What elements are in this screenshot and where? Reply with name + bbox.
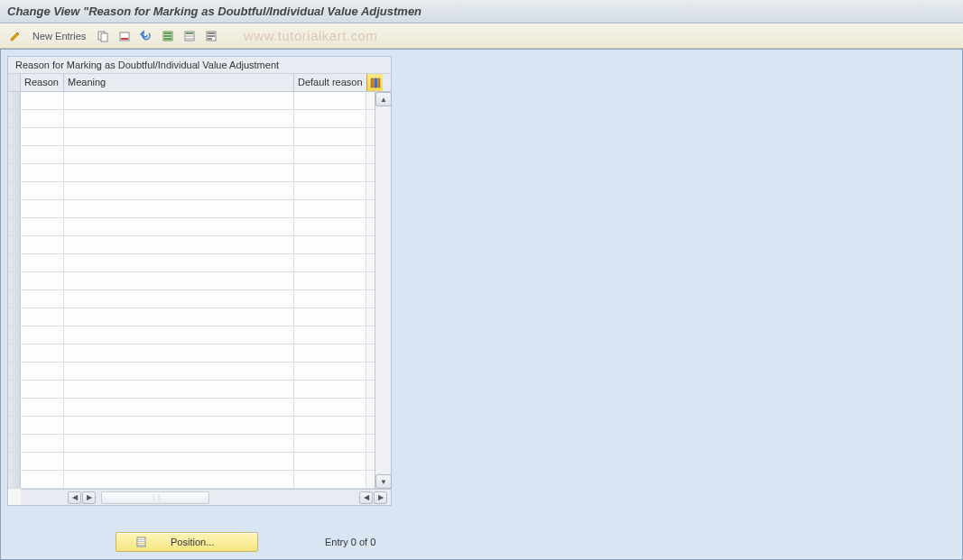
- table-row[interactable]: [8, 110, 375, 128]
- delete-icon[interactable]: [116, 28, 133, 44]
- scroll-right-icon[interactable]: ▶: [82, 491, 96, 504]
- table-row[interactable]: [8, 363, 375, 381]
- cell-reason[interactable]: [21, 308, 64, 326]
- scroll-left-end-icon[interactable]: ◀: [359, 491, 373, 504]
- cell-reason[interactable]: [21, 363, 64, 380]
- cell-default[interactable]: [294, 146, 366, 163]
- table-row[interactable]: [8, 254, 375, 272]
- table-row[interactable]: [8, 182, 375, 200]
- table-row[interactable]: [8, 272, 375, 290]
- cell-default[interactable]: [294, 254, 366, 271]
- row-handle[interactable]: [8, 164, 21, 181]
- cell-default[interactable]: [294, 453, 366, 470]
- cell-default[interactable]: [294, 308, 366, 326]
- row-handle[interactable]: [8, 344, 21, 362]
- row-handle[interactable]: [8, 254, 21, 271]
- cell-meaning[interactable]: [64, 435, 294, 452]
- cell-reason[interactable]: [21, 381, 64, 398]
- cell-meaning[interactable]: [64, 236, 294, 253]
- table-row[interactable]: [8, 146, 375, 164]
- table-row[interactable]: [8, 308, 375, 326]
- row-handle[interactable]: [8, 381, 21, 398]
- select-all-icon[interactable]: [160, 28, 176, 44]
- table-row[interactable]: [8, 290, 375, 308]
- cell-meaning[interactable]: [64, 218, 294, 235]
- cell-reason[interactable]: [21, 164, 64, 181]
- row-handle[interactable]: [8, 200, 21, 217]
- cell-meaning[interactable]: [64, 471, 294, 488]
- table-row[interactable]: [8, 435, 375, 453]
- scroll-right-end-icon[interactable]: ▶: [374, 491, 387, 504]
- table-row[interactable]: [8, 92, 375, 110]
- cell-default[interactable]: [294, 110, 366, 127]
- cell-default[interactable]: [294, 399, 366, 416]
- cell-default[interactable]: [294, 92, 366, 109]
- scroll-up-icon[interactable]: ▲: [375, 92, 392, 106]
- cell-reason[interactable]: [21, 435, 64, 452]
- print-icon[interactable]: [203, 28, 219, 44]
- cell-reason[interactable]: [21, 146, 64, 163]
- cell-meaning[interactable]: [64, 417, 294, 434]
- cell-default[interactable]: [294, 471, 366, 488]
- row-handle[interactable]: [8, 435, 21, 452]
- copy-icon[interactable]: [95, 28, 111, 44]
- table-row[interactable]: [8, 218, 375, 236]
- cell-meaning[interactable]: [64, 381, 294, 398]
- cell-meaning[interactable]: [64, 128, 294, 145]
- cell-default[interactable]: [294, 290, 366, 308]
- cell-default[interactable]: [294, 164, 366, 181]
- row-handle[interactable]: [8, 471, 21, 488]
- column-header-reason[interactable]: Reason: [21, 74, 64, 91]
- table-row[interactable]: [8, 453, 375, 471]
- cell-default[interactable]: [294, 326, 366, 344]
- cell-meaning[interactable]: [64, 399, 294, 416]
- row-handle[interactable]: [8, 453, 21, 470]
- table-row[interactable]: [8, 236, 375, 254]
- scroll-down-icon[interactable]: ▼: [375, 474, 392, 489]
- row-handle[interactable]: [8, 92, 21, 109]
- cell-reason[interactable]: [21, 326, 64, 344]
- table-row[interactable]: [8, 326, 375, 344]
- row-handle[interactable]: [8, 272, 21, 289]
- row-handle[interactable]: [8, 110, 21, 127]
- cell-default[interactable]: [294, 128, 366, 145]
- cell-reason[interactable]: [21, 110, 64, 127]
- cell-default[interactable]: [294, 363, 366, 380]
- cell-reason[interactable]: [21, 236, 64, 253]
- row-handle[interactable]: [8, 417, 21, 434]
- row-handle[interactable]: [8, 218, 21, 235]
- cell-reason[interactable]: [21, 128, 64, 145]
- row-handle[interactable]: [8, 326, 21, 344]
- deselect-all-icon[interactable]: [181, 28, 198, 44]
- column-header-default[interactable]: Default reason: [294, 74, 366, 91]
- cell-meaning[interactable]: [64, 146, 294, 163]
- position-button[interactable]: Position...: [116, 532, 258, 552]
- cell-reason[interactable]: [21, 92, 64, 109]
- cell-meaning[interactable]: [64, 290, 294, 308]
- row-handle[interactable]: [8, 128, 21, 145]
- cell-reason[interactable]: [21, 254, 64, 271]
- row-handle[interactable]: [8, 363, 21, 380]
- table-row[interactable]: [8, 399, 375, 417]
- cell-reason[interactable]: [21, 200, 64, 217]
- cell-meaning[interactable]: [64, 110, 294, 127]
- cell-default[interactable]: [294, 344, 366, 362]
- cell-reason[interactable]: [21, 399, 64, 416]
- cell-reason[interactable]: [21, 290, 64, 308]
- cell-meaning[interactable]: [64, 200, 294, 217]
- table-row[interactable]: [8, 381, 375, 399]
- cell-reason[interactable]: [21, 272, 64, 289]
- scroll-thumb[interactable]: [101, 491, 209, 504]
- cell-meaning[interactable]: [64, 92, 294, 109]
- table-row[interactable]: [8, 164, 375, 182]
- cell-meaning[interactable]: [64, 272, 294, 289]
- cell-reason[interactable]: [21, 182, 64, 199]
- cell-meaning[interactable]: [64, 254, 294, 271]
- cell-default[interactable]: [294, 435, 366, 452]
- change-icon[interactable]: [7, 28, 23, 44]
- cell-default[interactable]: [294, 381, 366, 398]
- new-entries-button[interactable]: New Entries: [32, 31, 86, 41]
- cell-reason[interactable]: [21, 417, 64, 434]
- cell-reason[interactable]: [21, 344, 64, 362]
- cell-reason[interactable]: [21, 471, 64, 488]
